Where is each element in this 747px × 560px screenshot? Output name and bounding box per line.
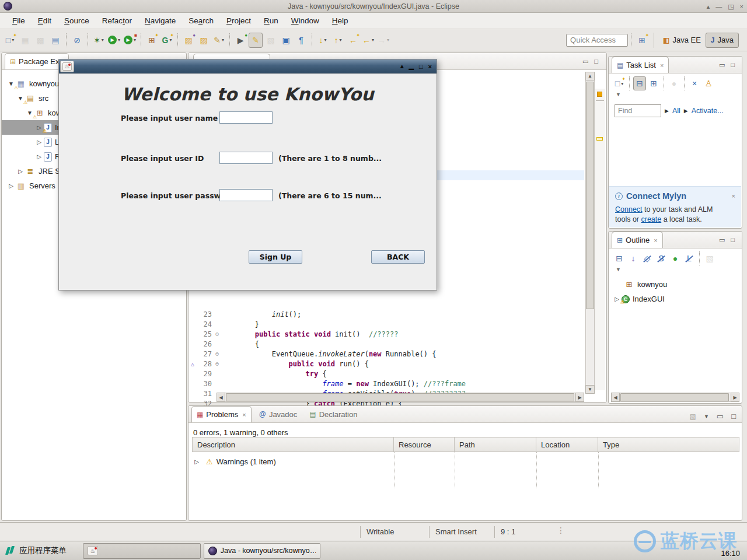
column-header-description[interactable]: Description: [192, 437, 394, 452]
close-tab-icon[interactable]: ×: [654, 237, 657, 244]
dialog-titlebar[interactable]: ♨ ▴ ▁ □ ×: [59, 60, 437, 74]
debug-button[interactable]: ✶▾: [92, 33, 106, 48]
minimize-view-icon[interactable]: ▭: [719, 236, 725, 244]
warnings-group-row[interactable]: ▷ ⚠ Warnings (1 item): [192, 455, 276, 468]
hide-fields-button[interactable]: ◇: [641, 251, 654, 265]
user-id-input[interactable]: [219, 152, 273, 164]
expander-icon[interactable]: ▶: [684, 108, 688, 114]
quick-access-input[interactable]: [566, 34, 628, 47]
view-menu-icon[interactable]: ▼: [609, 90, 742, 97]
back-button[interactable]: ←▾: [361, 33, 375, 48]
shade-window-icon[interactable]: ▴: [707, 3, 710, 10]
hide-local-types-button[interactable]: L: [683, 251, 696, 265]
collapse-all-button[interactable]: ⊟: [613, 251, 626, 265]
dropdown-arrow-icon[interactable]: ▾: [222, 37, 224, 43]
new-wizard-button[interactable]: □✦▾: [3, 33, 17, 48]
expander-icon[interactable]: ▶: [665, 108, 669, 114]
dropdown-arrow-icon[interactable]: ▾: [118, 37, 120, 43]
maximize-editor-icon[interactable]: □: [594, 58, 598, 65]
minimize-view-icon[interactable]: ▭: [719, 61, 725, 69]
collapsed-arrow-icon[interactable]: ▷: [34, 153, 44, 160]
taskbar-java-dialog-button[interactable]: ♨: [83, 543, 201, 559]
dialog-minimize-icon[interactable]: ▁: [409, 62, 413, 70]
new-java-ee-project-button[interactable]: ⊞✦: [145, 33, 159, 48]
fold-collapse-icon[interactable]: ⊖: [213, 351, 221, 357]
next-annotation-button[interactable]: ↓▾: [316, 33, 330, 48]
dialog-maximize-icon[interactable]: □: [419, 63, 423, 70]
last-edit-location-button[interactable]: ←✦: [346, 33, 360, 48]
applications-menu-label[interactable]: 应用程序菜单: [19, 545, 67, 556]
hide-static-button[interactable]: S: [655, 251, 668, 265]
maximize-view-icon[interactable]: □: [731, 61, 735, 69]
collapsed-arrow-icon[interactable]: ▷: [16, 168, 25, 174]
menu-file[interactable]: File: [6, 14, 32, 27]
username-input[interactable]: [219, 111, 273, 124]
filter-icon[interactable]: ▧: [690, 413, 696, 420]
open-type-button[interactable]: ▨●: [181, 33, 196, 48]
collapsed-arrow-icon[interactable]: ▷: [34, 139, 44, 145]
scroll-right-icon[interactable]: ▶: [575, 393, 584, 402]
editor-horizontal-scrollbar-thumb[interactable]: [226, 393, 574, 401]
dialog-shade-icon[interactable]: ▴: [400, 62, 404, 70]
overview-occurrence-marker[interactable]: [596, 137, 603, 141]
menu-navigate[interactable]: Navigate: [138, 14, 182, 27]
new-wizard-g-button[interactable]: G✦▾: [160, 33, 174, 48]
print-button[interactable]: ▤: [48, 33, 62, 48]
categorized-view-button[interactable]: ⊟: [633, 76, 646, 90]
minimize-view-icon[interactable]: ▭: [717, 412, 724, 421]
collapsed-arrow-icon[interactable]: ▷: [192, 459, 201, 465]
back-button[interactable]: BACK: [371, 250, 425, 264]
focus-workweek-button[interactable]: ♙: [702, 76, 715, 90]
tab-javadoc[interactable]: @ Javadoc: [254, 406, 302, 422]
menu-project[interactable]: Project: [220, 14, 257, 27]
open-perspective-button[interactable]: ⊞✦: [635, 33, 649, 48]
new-task-button[interactable]: □✦▾: [613, 76, 626, 90]
dropdown-arrow-icon[interactable]: ▾: [12, 37, 14, 43]
dropdown-arrow-icon[interactable]: ▾: [324, 37, 327, 43]
dropdown-arrow-icon[interactable]: ▾: [387, 37, 389, 43]
dropdown-arrow-icon[interactable]: ▾: [134, 37, 136, 43]
column-header-location[interactable]: Location: [536, 437, 598, 452]
view-menu-icon[interactable]: ▼: [609, 265, 742, 272]
fold-collapse-icon[interactable]: ⊖: [213, 331, 221, 337]
filter-all-link[interactable]: All: [672, 107, 680, 115]
maximize-view-icon[interactable]: □: [731, 412, 736, 421]
sign-up-button[interactable]: Sign Up: [249, 250, 302, 264]
scroll-left-icon[interactable]: ◀: [217, 393, 225, 402]
outline-item-indexgui[interactable]: ▷ C⚠ IndexGUI: [609, 292, 742, 306]
find-tasks-input[interactable]: [615, 104, 661, 117]
menu-search[interactable]: Search: [182, 14, 220, 27]
show-whitespace-button[interactable]: ¶: [294, 33, 308, 48]
restore-window-icon[interactable]: ◳: [728, 3, 734, 10]
scroll-down-icon[interactable]: ▼: [585, 385, 595, 394]
menu-source[interactable]: Source: [58, 14, 96, 27]
activate-link[interactable]: Activate...: [692, 107, 724, 115]
mylyn-connect-link[interactable]: Connect: [615, 205, 643, 214]
run-external-button[interactable]: ▶■▾: [123, 33, 137, 48]
sort-button[interactable]: ↓: [627, 251, 640, 265]
column-header-type[interactable]: Type: [598, 437, 739, 452]
applications-menu-icon[interactable]: [5, 546, 15, 555]
open-resource-button[interactable]: ▨: [197, 33, 211, 48]
status-drag-handle[interactable]: ⋮: [557, 526, 565, 535]
mylyn-create-link[interactable]: create: [641, 215, 661, 223]
menu-run[interactable]: Run: [257, 14, 285, 27]
dropdown-arrow-icon[interactable]: ▾: [372, 37, 374, 43]
dropdown-arrow-icon[interactable]: ▾: [340, 37, 342, 43]
editor-vertical-scrollbar-thumb[interactable]: [586, 82, 594, 309]
column-header-path[interactable]: Path: [455, 437, 536, 452]
menu-edit[interactable]: Edit: [32, 14, 58, 27]
perspective-java-ee[interactable]: ◧ Java EE: [658, 33, 706, 48]
maximize-view-icon[interactable]: □: [731, 236, 735, 244]
close-tab-icon[interactable]: ×: [242, 411, 246, 418]
menu-refactor[interactable]: Refactor: [96, 14, 138, 27]
minimize-window-icon[interactable]: —: [715, 3, 722, 10]
close-window-icon[interactable]: ×: [740, 3, 743, 10]
outline-item-kownyou[interactable]: ⊞ kownyou: [609, 277, 742, 292]
fold-collapse-icon[interactable]: ⊖: [213, 360, 221, 367]
tab-task-list[interactable]: ▤ Task List ×: [612, 57, 669, 73]
focus-task-button[interactable]: ▶●: [233, 33, 247, 48]
run-button[interactable]: ▶▾: [107, 33, 121, 48]
dismiss-mylyn-icon[interactable]: ×: [732, 192, 735, 200]
tab-problems[interactable]: ▦ Problems ×: [191, 406, 252, 422]
